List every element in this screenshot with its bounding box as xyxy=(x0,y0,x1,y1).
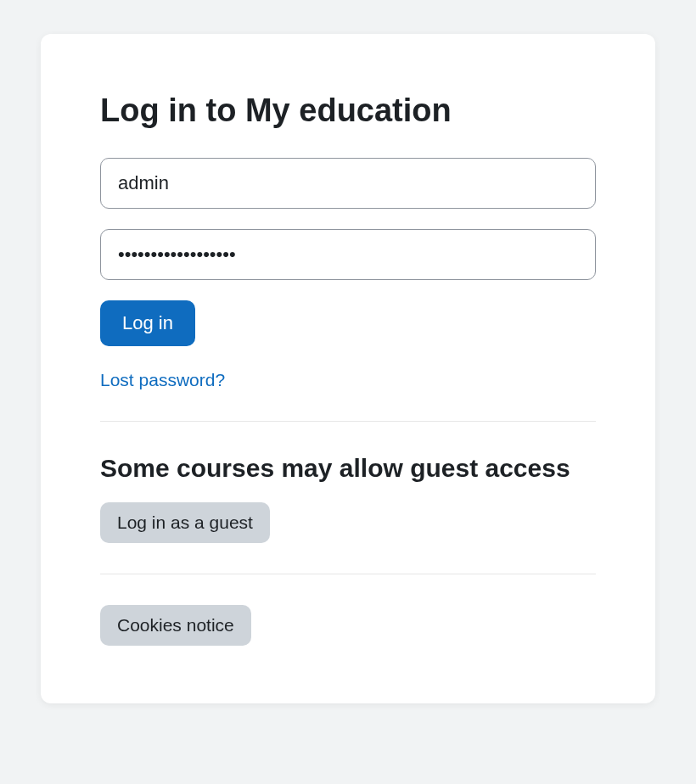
divider xyxy=(100,574,596,574)
guest-login-button[interactable]: Log in as a guest xyxy=(100,502,270,543)
cookies-notice-button[interactable]: Cookies notice xyxy=(100,605,251,646)
password-input[interactable] xyxy=(100,229,596,280)
username-input[interactable] xyxy=(100,158,596,209)
guest-access-heading: Some courses may allow guest access xyxy=(100,452,596,484)
page-title: Log in to My education xyxy=(100,92,596,131)
login-button[interactable]: Log in xyxy=(100,300,195,346)
divider xyxy=(100,421,596,422)
login-card: Log in to My education Log in Lost passw… xyxy=(41,34,655,703)
lost-password-link[interactable]: Lost password? xyxy=(100,370,225,390)
